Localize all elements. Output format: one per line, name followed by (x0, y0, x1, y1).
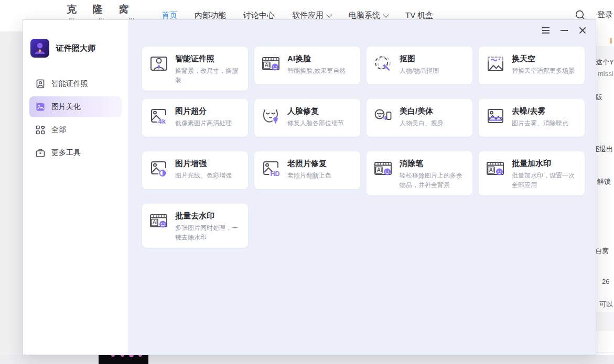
tool-card-desc: 图片去雾、消除噪点 (512, 118, 568, 128)
window-controls (541, 25, 588, 36)
sky-icon (485, 53, 506, 74)
app-sidebar: 证件照大师 智能证件照 图片美化 (23, 20, 128, 355)
tool-card-desc: 低像素图片高清处理 (175, 118, 232, 128)
sidebar-item-label: 图片美化 (51, 102, 81, 112)
cutout-icon (373, 53, 394, 74)
sidebar-item[interactable]: 智能证件照 (29, 73, 122, 94)
old-photo-icon: HD (261, 158, 282, 179)
site-logo-text: 克 隆 窝 (67, 3, 146, 16)
svg-text:AI: AI (265, 62, 270, 68)
tool-card-desc: 换背景，改尺寸，换服装 (175, 66, 242, 85)
enhance-icon (148, 158, 169, 179)
ai-face-icon: AI (261, 53, 282, 74)
svg-text:4k: 4k (158, 117, 166, 125)
screen: 克 隆 窝 兴 兴 兴 首页 内部功能 讨论中心 (0, 0, 614, 364)
ai-remove-watermark-icon: AI (148, 210, 169, 231)
sidebar-item[interactable]: 图片美化 (29, 96, 122, 117)
minimize-icon[interactable] (559, 25, 569, 36)
tool-card-desc: 人物美白、瘦身 (400, 118, 444, 128)
tool-card-desc: 多张图片同时处理，一键去除水印 (175, 223, 242, 242)
tool-card[interactable]: 美白/美体 人物美白、瘦身 (367, 99, 472, 137)
tool-card[interactable]: 人脸修复 修复人脸各部位细节 (254, 99, 360, 137)
grid-heart-icon (35, 125, 46, 135)
tool-card-title: 智能证件照 (175, 53, 242, 64)
tool-card-desc: 修复人脸各部位细节 (287, 118, 344, 128)
page-image-fragment (99, 355, 148, 364)
tool-card[interactable]: 去噪/去雾 图片去雾、消除噪点 (479, 99, 585, 137)
ai-eraser-icon: AI (373, 158, 394, 179)
tool-card-title: 抠图 (400, 53, 439, 64)
tool-card-desc: 替换天空适配更多场景 (512, 66, 575, 75)
app-header: 证件照大师 (30, 39, 128, 58)
tool-card[interactable]: 图片增强 图片光线、色彩增强 (142, 151, 248, 189)
tool-card[interactable]: AI 批量加水印 批量加水印，设置一次全部应用 (479, 151, 585, 195)
tool-card-grid: 智能证件照 换背景，改尺寸，换服装 AI AI换脸 智能换脸,效果更自然 (142, 47, 585, 256)
beauty-icon (373, 105, 394, 126)
image-beautify-icon (35, 102, 46, 112)
sidebar-item-label: 智能证件照 (51, 79, 88, 89)
tool-card-title: 批量加水印 (512, 158, 578, 169)
menu-icon[interactable] (541, 25, 551, 36)
toolbox-icon (35, 148, 46, 158)
page-text-fragment: 可以 (599, 300, 613, 309)
face-repair-icon (261, 105, 282, 126)
tool-card-desc: 批量加水印，设置一次全部应用 (512, 171, 578, 190)
tool-card-title: 换天空 (512, 53, 575, 64)
sidebar-item[interactable]: 全部 (29, 119, 122, 140)
tool-card[interactable]: 4k 图片超分 低像素图片高清处理 (142, 99, 248, 137)
tool-card[interactable]: AI AI换脸 智能换脸,效果更自然 (254, 47, 360, 84)
app-title: 证件照大师 (56, 43, 95, 53)
search-icon[interactable] (575, 9, 585, 20)
app-logo-icon (30, 39, 49, 58)
sidebar-item-label: 更多工具 (51, 148, 81, 158)
superres-icon: 4k (148, 105, 169, 126)
tool-card[interactable]: 抠图 人物/物品抠图 (367, 47, 472, 84)
ai-watermark-icon: AI (485, 158, 506, 179)
tool-card-title: 去噪/去雾 (512, 106, 568, 116)
page-text-fragment: missi (598, 70, 613, 78)
tool-card-title: 人脸修复 (287, 106, 344, 116)
tool-card-title: 图片超分 (175, 106, 232, 116)
tool-card-title: 消除笔 (400, 158, 466, 169)
denoise-icon (485, 105, 506, 126)
page-text-fragment: 26 (602, 278, 609, 285)
tool-card-title: 老照片修复 (287, 158, 331, 169)
svg-text:HD: HD (271, 170, 280, 178)
tool-card-desc: 轻松移除图片上的多余物品，并补全背景 (400, 171, 466, 190)
header-right: 登录 (575, 9, 613, 20)
tool-card-title: 批量去水印 (175, 211, 242, 221)
svg-text:AI: AI (489, 167, 494, 173)
login-link[interactable]: 登录 (597, 10, 613, 20)
sidebar-menu: 智能证件照 图片美化 全部 (29, 73, 122, 163)
tool-card-desc: 老照片翻新上色 (287, 171, 331, 180)
page-text-fragment: 这个Y (596, 58, 614, 67)
page-bottom-strip (0, 355, 614, 364)
close-icon[interactable] (577, 25, 588, 36)
chevron-down-icon (383, 12, 389, 17)
page-divider (596, 352, 614, 352)
page-accent-fragment (610, 38, 612, 43)
tool-card[interactable]: AI 批量去水印 多张图片同时处理，一键去除水印 (142, 204, 248, 248)
tool-card-desc: 人物/物品抠图 (400, 66, 439, 75)
tool-card[interactable]: HD 老照片修复 老照片翻新上色 (254, 151, 360, 189)
svg-text:AI: AI (377, 167, 382, 173)
tool-card-desc: 智能换脸,效果更自然 (287, 66, 346, 75)
sidebar-item[interactable]: 更多工具 (29, 142, 122, 163)
page-band (596, 312, 614, 331)
tool-card-title: AI换脸 (287, 53, 346, 64)
tool-card-desc: 图片光线、色彩增强 (175, 171, 232, 180)
svg-text:AI: AI (153, 219, 157, 225)
sidebar-item-label: 全部 (51, 125, 66, 135)
id-badge-icon (35, 79, 46, 89)
tool-card[interactable]: AI 消除笔 轻松移除图片上的多余物品，并补全背景 (367, 151, 472, 195)
tool-card[interactable]: 换天空 替换天空适配更多场景 (479, 47, 585, 84)
app-window: 证件照大师 智能证件照 图片美化 (23, 19, 596, 355)
tool-card[interactable]: 智能证件照 换背景，改尺寸，换服装 (142, 47, 248, 91)
app-main: 智能证件照 换背景，改尺寸，换服装 AI AI换脸 智能换脸,效果更自然 (128, 20, 596, 355)
chevron-down-icon (326, 12, 332, 17)
tool-card-title: 图片增强 (175, 158, 232, 169)
id-photo-icon (148, 53, 169, 74)
page-background-left (0, 31, 23, 355)
tool-card-title: 美白/美体 (400, 106, 444, 116)
